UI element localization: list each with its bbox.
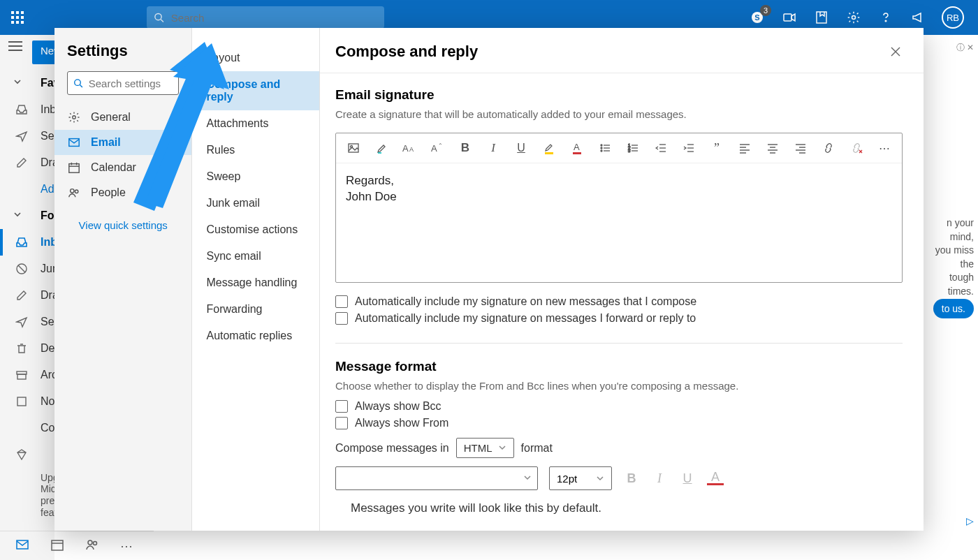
category-label: Calendar: [91, 161, 136, 174]
archive-icon: [15, 369, 28, 384]
font-family-select[interactable]: [335, 466, 538, 490]
sub-sync[interactable]: Sync email: [192, 243, 319, 270]
calendar-module-button[interactable]: [50, 538, 64, 554]
link-icon: [822, 142, 835, 154]
quote-button[interactable]: ”: [709, 140, 724, 156]
panel-body[interactable]: Email signature Create a signature that …: [320, 73, 924, 531]
draft-icon: [15, 156, 28, 172]
settings-search[interactable]: [67, 71, 179, 95]
category-email[interactable]: Email: [54, 130, 191, 155]
align-left-button[interactable]: [737, 140, 752, 156]
bullets-icon: [599, 142, 611, 154]
more-modules-button[interactable]: ⋯: [120, 538, 133, 554]
default-underline-button[interactable]: U: [679, 471, 696, 486]
adchoices-icon[interactable]: ▷: [966, 515, 974, 526]
font-icon: AA: [402, 142, 416, 154]
outdent-button[interactable]: [653, 140, 669, 156]
inbox-icon: [15, 103, 28, 119]
svg-line-22: [80, 85, 82, 87]
selected-accent: [0, 229, 3, 256]
checkbox-box: [335, 295, 348, 308]
ad-text: n your mind, you miss the tough times.: [922, 216, 974, 299]
sub-handling[interactable]: Message handling: [192, 270, 319, 296]
inbox-icon: [15, 236, 28, 251]
checkbox-show-bcc[interactable]: Always show Bcc: [335, 400, 903, 413]
junk-icon: [15, 263, 28, 278]
app-launcher-button[interactable]: [0, 0, 35, 35]
font-family-button[interactable]: AA: [402, 140, 417, 156]
gear-icon: [67, 111, 81, 124]
close-button[interactable]: [886, 42, 905, 61]
checkbox-show-from[interactable]: Always show From: [335, 417, 903, 429]
category-people[interactable]: People: [54, 180, 191, 205]
settings-button[interactable]: [845, 9, 862, 26]
account-avatar[interactable]: RB: [942, 6, 964, 29]
skype-button[interactable]: S 3: [749, 9, 766, 26]
text-highlight-color-button[interactable]: [541, 140, 557, 156]
checkbox-include-new[interactable]: Automatically include my signature on ne…: [335, 295, 903, 308]
format-section-desc: Choose whether to display the From and B…: [335, 380, 903, 392]
meet-now-button[interactable]: [781, 9, 798, 26]
close-icon: [890, 46, 901, 57]
mail-module-button[interactable]: [15, 538, 29, 554]
people-module-button[interactable]: [85, 538, 99, 554]
category-calendar[interactable]: Calendar: [54, 155, 191, 180]
sub-customise[interactable]: Customise actions: [192, 216, 319, 243]
numbering-icon: 123: [627, 142, 638, 154]
default-font-color-button[interactable]: A: [707, 472, 724, 485]
checkbox-label: Always show From: [355, 417, 448, 429]
sub-sweep[interactable]: Sweep: [192, 163, 319, 190]
sub-attachments[interactable]: Attachments: [192, 110, 319, 137]
bullets-button[interactable]: [597, 140, 613, 156]
italic-button[interactable]: I: [486, 140, 501, 156]
svg-text:A: A: [409, 146, 414, 153]
svg-point-7: [885, 20, 886, 22]
category-label: General: [91, 111, 131, 124]
category-general[interactable]: General: [54, 105, 191, 130]
underline-button[interactable]: U: [513, 140, 529, 156]
signature-textarea[interactable]: Regards, John Doe: [336, 163, 902, 282]
link-button[interactable]: [821, 140, 836, 156]
highlight-icon: [375, 142, 388, 154]
align-right-button[interactable]: [793, 140, 808, 156]
feedback-button[interactable]: [910, 9, 926, 26]
search-icon: [73, 78, 83, 89]
align-center-button[interactable]: [765, 140, 780, 156]
sub-forwarding[interactable]: Forwarding: [192, 296, 319, 323]
default-italic-button[interactable]: I: [651, 471, 668, 486]
checkbox-box: [335, 312, 348, 325]
svg-rect-25: [69, 164, 79, 173]
numbering-button[interactable]: 123: [625, 140, 641, 156]
hamburger-button[interactable]: [8, 40, 22, 54]
font-size-button[interactable]: A⌃: [430, 140, 445, 156]
checkbox-include-reply[interactable]: Automatically include my signature on me…: [335, 312, 903, 325]
sub-junk[interactable]: Junk email: [192, 190, 319, 216]
sub-autoreplies[interactable]: Automatic replies: [192, 323, 319, 349]
default-bold-button[interactable]: B: [623, 471, 640, 486]
sub-rules[interactable]: Rules: [192, 137, 319, 163]
view-quick-settings-link[interactable]: View quick settings: [54, 219, 191, 231]
more-formatting-button[interactable]: ⋯: [877, 140, 892, 156]
ad-info-close[interactable]: ⓘ ✕: [956, 42, 974, 54]
compose-format-select[interactable]: HTML: [456, 438, 514, 458]
settings-search-input[interactable]: [87, 77, 173, 90]
align-left-icon: [739, 142, 750, 154]
tips-button[interactable]: [813, 9, 830, 26]
bold-button[interactable]: B: [458, 140, 473, 156]
global-search[interactable]: [147, 6, 384, 29]
sub-layout[interactable]: Layout: [192, 45, 319, 71]
font-color-button[interactable]: A: [569, 140, 585, 156]
notes-icon: [15, 395, 28, 411]
indent-button[interactable]: [681, 140, 696, 156]
compose-in-label-post: format: [521, 442, 553, 455]
help-button[interactable]: [877, 9, 894, 26]
unlink-button[interactable]: [849, 140, 864, 156]
font-size-select[interactable]: 12pt: [549, 466, 612, 490]
compose-in-label-pre: Compose messages in: [335, 442, 449, 455]
highlight-button[interactable]: [374, 140, 389, 156]
global-search-input[interactable]: [170, 11, 377, 24]
search-icon: [154, 12, 164, 23]
insert-image-button[interactable]: [346, 140, 361, 156]
ad-cta-button[interactable]: to us.: [933, 299, 974, 318]
sub-compose-reply[interactable]: Compose and reply: [192, 71, 319, 110]
